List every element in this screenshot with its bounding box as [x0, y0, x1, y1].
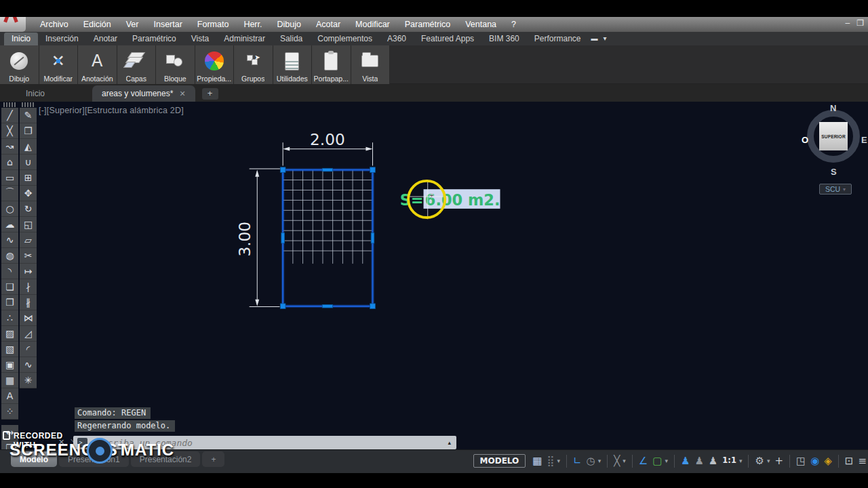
- layout-tab-new[interactable]: +: [202, 451, 224, 467]
- command-history-line: Comando: REGEN: [75, 407, 151, 419]
- ribbon-tab-performance[interactable]: Performance: [527, 33, 589, 45]
- ribbon-tab-administrar[interactable]: Administrar: [216, 33, 273, 45]
- propiedades-panel-icon: [202, 48, 226, 74]
- customization-menu-icon[interactable]: ≡: [858, 456, 867, 466]
- scale-dropdown-caret[interactable]: ▾: [739, 458, 743, 464]
- ribbon-collapse-caret[interactable]: ▾: [600, 33, 609, 45]
- viewcube-south[interactable]: S: [831, 167, 837, 177]
- polar-dropdown-caret[interactable]: ▾: [598, 458, 601, 464]
- viewcube-east[interactable]: E: [861, 135, 867, 145]
- isodraft-icon[interactable]: ╳: [614, 456, 620, 466]
- snap-dropdown-caret[interactable]: ▾: [557, 458, 560, 464]
- utilidades-panel-icon: [280, 48, 304, 74]
- close-tab-icon[interactable]: ✕: [179, 89, 185, 98]
- menu-modificar[interactable]: Modificar: [348, 17, 397, 32]
- model-space-canvas[interactable]: ╱╳↝⌂▭⌒○☁∿◍◝❏❐∴▨▧▣▦A⁘↔❒ ✎❐◭∪⊞✥↻◱▱✂↦∤∦⋈◿◜∿…: [0, 102, 868, 449]
- snap-mode-icon[interactable]: ⣿: [547, 456, 554, 466]
- minimize-button[interactable]: –: [846, 18, 850, 28]
- autoscale-icon[interactable]: ♟: [694, 456, 703, 466]
- restore-button[interactable]: ❐: [856, 18, 864, 28]
- modificar-panel-icon: ✕: [46, 48, 71, 74]
- app-logo-button[interactable]: [0, 17, 26, 32]
- menu-herr[interactable]: Herr.: [236, 17, 269, 32]
- panel-dibujo[interactable]: Dibujo: [0, 45, 39, 84]
- object-snap-icon[interactable]: ▢: [652, 456, 662, 466]
- panel-anotacion[interactable]: A Anotación: [78, 45, 117, 84]
- window-controls: – ❐: [846, 18, 864, 28]
- capas-panel-icon: [124, 48, 149, 74]
- viewcube-face[interactable]: SUPERIOR: [819, 122, 848, 150]
- panel-vista[interactable]: Vista: [351, 45, 391, 84]
- ribbon-tab-inicio[interactable]: Inicio: [4, 33, 38, 45]
- menu-ventana[interactable]: Ventana: [458, 17, 504, 32]
- osnap-dropdown-caret[interactable]: ▾: [665, 458, 668, 464]
- viewcube-west[interactable]: O: [802, 135, 808, 145]
- left-dimension-text[interactable]: 3.00: [235, 222, 254, 257]
- panel-portapapeles[interactable]: Portapap...: [312, 45, 351, 84]
- selection-grips[interactable]: [280, 167, 375, 309]
- panel-grupos[interactable]: ➤ Grupos: [234, 45, 273, 84]
- menu-ver[interactable]: Ver: [119, 17, 146, 32]
- file-tab-inicio[interactable]: Inicio: [11, 85, 60, 102]
- autocad-logo-icon: [12, 17, 18, 23]
- object-isolate-plus-icon[interactable]: +: [774, 456, 783, 466]
- ribbon-tab-bar: InicioInserciónAnotarParamétricoVistaAdm…: [0, 32, 868, 45]
- menu-acotar[interactable]: Acotar: [309, 17, 348, 32]
- ribbon-tab-featured-apps[interactable]: Featured Apps: [414, 33, 481, 45]
- viewcube-north[interactable]: N: [830, 103, 836, 113]
- polar-tracking-icon[interactable]: ◷: [587, 456, 595, 466]
- panel-utilidades[interactable]: Utilidades: [273, 45, 313, 84]
- ribbon-collapse-icon[interactable]: ▬: [588, 33, 600, 45]
- isodraft-dropdown-caret[interactable]: ▾: [623, 458, 626, 464]
- cad-drawing[interactable]: 2.00 3.00 S= 6.00 m2. +: [0, 102, 868, 449]
- autocad-logo-icon: [3, 17, 9, 23]
- menu-parametrico[interactable]: Paramétrico: [397, 17, 458, 32]
- model-space-button[interactable]: MODELO: [473, 454, 526, 468]
- menu-archivo[interactable]: Archivo: [33, 17, 76, 32]
- panel-capas[interactable]: Capas: [117, 45, 157, 84]
- left-dimension-lines: [250, 169, 281, 306]
- graphics-performance-icon[interactable]: ◉: [810, 456, 819, 466]
- viewcube[interactable]: N S O E SUPERIOR SCU▾: [804, 107, 868, 192]
- menu-formato[interactable]: Formato: [190, 17, 237, 32]
- ortho-mode-icon[interactable]: ∟: [573, 456, 582, 466]
- dim-arrow-right: [366, 147, 372, 151]
- file-tab-bar: Inicio areas y volumenes* ✕ +: [0, 84, 868, 102]
- fullscreen-icon[interactable]: ⊡: [845, 456, 854, 466]
- annotation-scale-icon[interactable]: ♟: [709, 456, 717, 466]
- clean-screen-icon[interactable]: ◈: [824, 456, 832, 466]
- annotation-scale-value[interactable]: 1:1: [722, 457, 736, 465]
- isolate-objects-icon[interactable]: ◳: [796, 456, 806, 466]
- bloque-panel-icon: [163, 48, 187, 74]
- command-recent-toggle-icon[interactable]: ▴: [448, 439, 452, 446]
- menu-edicion[interactable]: Edición: [76, 17, 119, 32]
- annotation-visibility-icon[interactable]: ♟: [681, 456, 690, 466]
- grid-display-icon[interactable]: ▦: [532, 456, 542, 466]
- workspace-dropdown-caret[interactable]: ▾: [767, 458, 770, 464]
- menu-insertar[interactable]: Insertar: [146, 17, 189, 32]
- ribbon-tab-insercion[interactable]: Inserción: [38, 33, 86, 45]
- dim-arrow-left: [283, 147, 290, 151]
- portapapeles-panel-icon: [319, 48, 343, 74]
- panel-modificar[interactable]: ✕ Modificar: [39, 45, 79, 84]
- object-snap-tracking-icon[interactable]: ∠: [639, 456, 648, 466]
- panel-propiedades[interactable]: Propieda...: [195, 45, 235, 84]
- ribbon-tab-parametrico[interactable]: Paramétrico: [125, 33, 184, 45]
- ribbon-tab-a360[interactable]: A360: [380, 33, 414, 45]
- ribbon-tab-vista[interactable]: Vista: [184, 33, 216, 45]
- panel-bloque[interactable]: Bloque: [156, 45, 195, 84]
- area-text-value[interactable]: 6.00 m2.: [425, 191, 500, 209]
- ribbon-tab-salida[interactable]: Salida: [273, 33, 310, 45]
- top-dimension-text[interactable]: 2.00: [310, 130, 345, 148]
- new-drawing-tab-button[interactable]: +: [202, 88, 218, 100]
- ribbon-tab-anotar[interactable]: Anotar: [86, 33, 125, 45]
- ribbon-tab-bim360[interactable]: BIM 360: [481, 33, 527, 45]
- ucs-button[interactable]: SCU▾: [819, 184, 852, 195]
- area-text-prefix[interactable]: S=: [400, 191, 424, 209]
- workspace-gear-icon[interactable]: ⚙: [755, 456, 764, 466]
- menu-dibujo[interactable]: Dibujo: [269, 17, 308, 32]
- menu-ayuda[interactable]: ?: [504, 17, 524, 32]
- grupos-panel-icon: ➤: [241, 48, 265, 74]
- ribbon-tab-complementos[interactable]: Complementos: [310, 33, 380, 45]
- file-tab-drawing[interactable]: areas y volumenes* ✕: [92, 85, 195, 102]
